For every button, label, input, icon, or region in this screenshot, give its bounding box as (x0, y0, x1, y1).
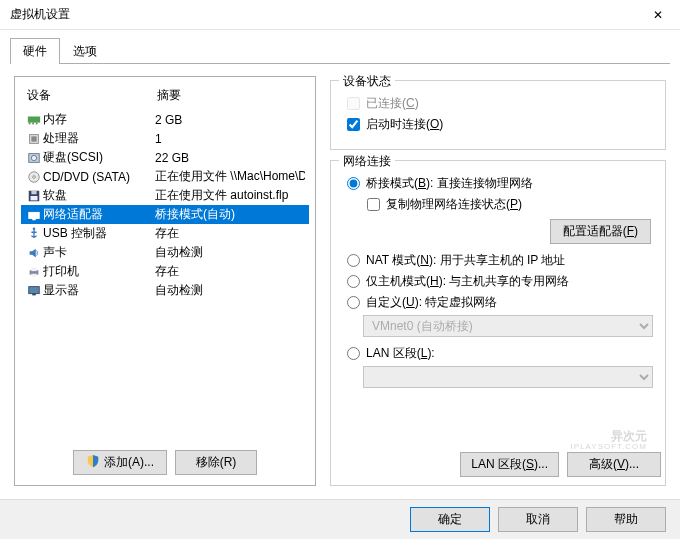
svg-point-15 (33, 227, 36, 230)
svg-rect-18 (31, 273, 36, 276)
hardware-row-sound[interactable]: 声卡自动检测 (21, 243, 309, 262)
net-icon (25, 208, 43, 222)
add-button[interactable]: 添加(A)... (73, 450, 167, 475)
hardware-list-header: 设备 摘要 (21, 85, 309, 110)
device-status-group: 设备状态 已连接(C) 启动时连接(O) (330, 80, 666, 150)
shield-icon (86, 454, 100, 471)
hardware-row-display[interactable]: 显示器自动检测 (21, 281, 309, 300)
hardware-summary: 正在使用文件 \\Mac\Home\D (155, 168, 305, 185)
cancel-button[interactable]: 取消 (498, 507, 578, 532)
network-connection-group: 网络连接 桥接模式(B): 直接连接物理网络 复制物理网络连接状态(P) 配置适… (330, 160, 666, 486)
titlebar: 虚拟机设置 ✕ (0, 0, 680, 30)
connected-checkbox-row: 已连接(C) (343, 93, 653, 114)
replicate-checkbox[interactable] (367, 198, 380, 211)
window-title: 虚拟机设置 (10, 6, 70, 23)
hostonly-label: 仅主机模式(H): 与主机共享的专用网络 (366, 273, 569, 290)
replicate-row[interactable]: 复制物理网络连接状态(P) (363, 194, 653, 215)
svg-rect-3 (36, 122, 38, 124)
lan-label: LAN 区段(L): (366, 345, 435, 362)
hardware-list[interactable]: 内存2 GB处理器1硬盘(SCSI)22 GBCD/DVD (SATA)正在使用… (21, 110, 309, 442)
memory-icon (25, 113, 43, 127)
sound-icon (25, 246, 43, 260)
hardware-summary: 正在使用文件 autoinst.flp (155, 187, 305, 204)
hardware-name: USB 控制器 (43, 225, 155, 242)
hardware-summary: 存在 (155, 263, 305, 280)
hardware-name: CD/DVD (SATA) (43, 170, 155, 184)
advanced-button[interactable]: 高级(V)... (567, 452, 661, 477)
hardware-row-hdd[interactable]: 硬盘(SCSI)22 GB (21, 148, 309, 167)
connected-label: 已连接(C) (366, 95, 419, 112)
custom-label: 自定义(U): 特定虚拟网络 (366, 294, 497, 311)
lan-radio[interactable] (347, 347, 360, 360)
connect-poweron-row[interactable]: 启动时连接(O) (343, 114, 653, 135)
bridged-label: 桥接模式(B): 直接连接物理网络 (366, 175, 533, 192)
close-icon: ✕ (653, 8, 663, 22)
hardware-name: 处理器 (43, 130, 155, 147)
custom-radio[interactable] (347, 296, 360, 309)
tab-hardware[interactable]: 硬件 (10, 38, 60, 64)
hardware-name: 内存 (43, 111, 155, 128)
nat-label: NAT 模式(N): 用于共享主机的 IP 地址 (366, 252, 565, 269)
remove-button[interactable]: 移除(R) (175, 450, 257, 475)
lan-segment-select (363, 366, 653, 388)
connect-poweron-checkbox[interactable] (347, 118, 360, 131)
hardware-row-usb[interactable]: USB 控制器存在 (21, 224, 309, 243)
display-icon (25, 284, 43, 298)
replicate-label: 复制物理网络连接状态(P) (386, 196, 522, 213)
network-connection-title: 网络连接 (339, 153, 395, 170)
svg-rect-20 (32, 293, 36, 295)
nat-radio[interactable] (347, 254, 360, 267)
hardware-name: 打印机 (43, 263, 155, 280)
hardware-row-net[interactable]: 网络适配器桥接模式(自动) (21, 205, 309, 224)
hardware-row-memory[interactable]: 内存2 GB (21, 110, 309, 129)
svg-rect-19 (29, 286, 40, 293)
hardware-summary: 桥接模式(自动) (155, 206, 305, 223)
lan-radio-row[interactable]: LAN 区段(L): (343, 343, 653, 364)
hardware-row-cpu[interactable]: 处理器1 (21, 129, 309, 148)
hdd-icon (25, 151, 43, 165)
svg-rect-14 (32, 218, 36, 220)
svg-rect-13 (29, 212, 40, 218)
hardware-summary: 1 (155, 132, 305, 146)
tab-options[interactable]: 选项 (60, 38, 110, 64)
content-area: 设备 摘要 内存2 GB处理器1硬盘(SCSI)22 GBCD/DVD (SAT… (0, 64, 680, 494)
hostonly-radio[interactable] (347, 275, 360, 288)
hardware-name: 显示器 (43, 282, 155, 299)
custom-radio-row[interactable]: 自定义(U): 特定虚拟网络 (343, 292, 653, 313)
hardware-row-printer[interactable]: 打印机存在 (21, 262, 309, 281)
hardware-summary: 自动检测 (155, 282, 305, 299)
ok-button[interactable]: 确定 (410, 507, 490, 532)
close-button[interactable]: ✕ (635, 0, 680, 30)
hardware-row-cd[interactable]: CD/DVD (SATA)正在使用文件 \\Mac\Home\D (21, 167, 309, 186)
cpu-icon (25, 132, 43, 146)
help-button[interactable]: 帮助 (586, 507, 666, 532)
hardware-panel: 设备 摘要 内存2 GB处理器1硬盘(SCSI)22 GBCD/DVD (SAT… (14, 76, 316, 486)
device-status-title: 设备状态 (339, 73, 395, 90)
custom-vmnet-select: VMnet0 (自动桥接) (363, 315, 653, 337)
header-summary: 摘要 (157, 87, 181, 104)
watermark: 异次元 IPLAYSOFT.COM (571, 423, 647, 451)
svg-rect-1 (29, 122, 31, 124)
lan-segments-button[interactable]: LAN 区段(S)... (460, 452, 559, 477)
bridged-radio-row[interactable]: 桥接模式(B): 直接连接物理网络 (343, 173, 653, 194)
bridged-radio[interactable] (347, 177, 360, 190)
connected-checkbox (347, 97, 360, 110)
svg-rect-11 (31, 190, 36, 194)
hardware-name: 软盘 (43, 187, 155, 204)
configure-adapter-button[interactable]: 配置适配器(F) (550, 219, 651, 244)
hardware-row-floppy[interactable]: 软盘正在使用文件 autoinst.flp (21, 186, 309, 205)
dialog-button-bar: 确定 取消 帮助 (0, 499, 680, 539)
tab-bar: 硬件 选项 (0, 30, 680, 64)
svg-rect-5 (31, 136, 36, 141)
printer-icon (25, 265, 43, 279)
hardware-buttons: 添加(A)... 移除(R) (21, 442, 309, 477)
nat-radio-row[interactable]: NAT 模式(N): 用于共享主机的 IP 地址 (343, 250, 653, 271)
hostonly-radio-row[interactable]: 仅主机模式(H): 与主机共享的专用网络 (343, 271, 653, 292)
hardware-summary: 存在 (155, 225, 305, 242)
connect-poweron-label: 启动时连接(O) (366, 116, 443, 133)
settings-panel: 设备状态 已连接(C) 启动时连接(O) 网络连接 桥接模式(B): 直接连接物… (330, 76, 666, 486)
hardware-name: 网络适配器 (43, 206, 155, 223)
svg-rect-12 (31, 196, 38, 200)
network-bottom-buttons: LAN 区段(S)... 高级(V)... (460, 452, 661, 477)
hardware-name: 声卡 (43, 244, 155, 261)
